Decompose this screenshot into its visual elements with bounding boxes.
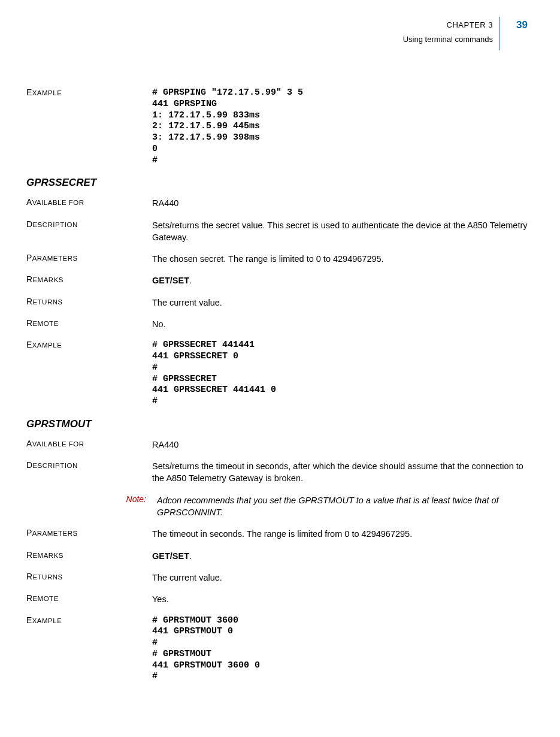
header-chapter: CHAPTER 3 xyxy=(447,20,493,29)
page-number: 39 xyxy=(516,19,528,31)
section-heading: GPRSTMOUT xyxy=(26,418,534,430)
definition-row: AVAILABLE FORRA440 xyxy=(26,197,534,209)
field-value: RA440 xyxy=(152,197,534,209)
note-text: Adcon recommends that you set the GPRSTM… xyxy=(157,494,534,519)
code-block: # GPRSPING "172.17.5.99" 3 5 441 GPRSPIN… xyxy=(152,87,534,166)
page: CHAPTER 3 Using terminal commands 39 EXA… xyxy=(0,0,560,737)
field-value: RA440 xyxy=(152,439,534,451)
field-label: DESCRIPTION xyxy=(26,219,152,229)
field-label: AVAILABLE FOR xyxy=(26,439,152,448)
definition-row: REMOTENo. xyxy=(26,318,534,330)
field-label: REMARKS xyxy=(26,550,152,560)
definition-row: RETURNSThe current value. xyxy=(26,572,534,584)
field-value: GET/SET. xyxy=(152,274,534,286)
field-label: REMOTE xyxy=(26,318,152,328)
code-block: # GPRSTMOUT 3600 441 GPRSTMOUT 0 # # GPR… xyxy=(152,615,534,683)
field-label: PARAMETERS xyxy=(26,528,152,537)
field-value: The timeout in seconds. The range is lim… xyxy=(152,528,534,540)
field-label: REMOTE xyxy=(26,593,152,603)
header-divider xyxy=(500,17,500,50)
definition-row: EXAMPLE# GPRSSECRET 441441 441 GPRSSECRE… xyxy=(26,340,534,407)
definition-row: RETURNSThe current value. xyxy=(26,297,534,309)
definition-row: PARAMETERSThe chosen secret. The range i… xyxy=(26,253,534,265)
field-value: Yes. xyxy=(152,593,534,605)
note-label: Note: xyxy=(26,494,157,504)
field-value: GET/SET. xyxy=(152,550,534,562)
page-header: CHAPTER 3 Using terminal commands 39 xyxy=(26,17,534,59)
field-value: The current value. xyxy=(152,572,534,584)
field-label: DESCRIPTION xyxy=(26,460,152,470)
section-heading: GPRSSECRET xyxy=(26,177,534,189)
definition-row: EXAMPLE# GPRSPING "172.17.5.99" 3 5 441 … xyxy=(26,87,534,166)
field-label: REMARKS xyxy=(26,274,152,284)
definition-row: REMARKSGET/SET. xyxy=(26,274,534,286)
field-value: No. xyxy=(152,318,534,330)
definition-row: EXAMPLE# GPRSTMOUT 3600 441 GPRSTMOUT 0 … xyxy=(26,615,534,683)
field-value: Sets/returns the timeout in seconds, aft… xyxy=(152,460,534,485)
definition-row: AVAILABLE FORRA440 xyxy=(26,439,534,451)
field-label: RETURNS xyxy=(26,572,152,581)
field-label: EXAMPLE xyxy=(26,87,152,97)
definition-row: DESCRIPTIONSets/returns the timeout in s… xyxy=(26,460,534,485)
field-label: PARAMETERS xyxy=(26,253,152,262)
definition-row: REMOTEYes. xyxy=(26,593,534,605)
definition-row: REMARKSGET/SET. xyxy=(26,550,534,562)
note-row: Note:Adcon recommends that you set the G… xyxy=(26,494,534,519)
field-label: EXAMPLE xyxy=(26,340,152,349)
field-value: The chosen secret. The range is limited … xyxy=(152,253,534,265)
field-label: AVAILABLE FOR xyxy=(26,197,152,207)
definition-row: PARAMETERSThe timeout in seconds. The ra… xyxy=(26,528,534,540)
field-value: Sets/returns the secret value. This secr… xyxy=(152,219,534,244)
definition-row: DESCRIPTIONSets/returns the secret value… xyxy=(26,219,534,244)
field-label: EXAMPLE xyxy=(26,615,152,625)
page-content: EXAMPLE# GPRSPING "172.17.5.99" 3 5 441 … xyxy=(26,87,534,682)
header-subtitle: Using terminal commands xyxy=(403,35,493,44)
field-value: The current value. xyxy=(152,297,534,309)
code-block: # GPRSSECRET 441441 441 GPRSSECRET 0 # #… xyxy=(152,340,534,407)
field-label: RETURNS xyxy=(26,297,152,306)
